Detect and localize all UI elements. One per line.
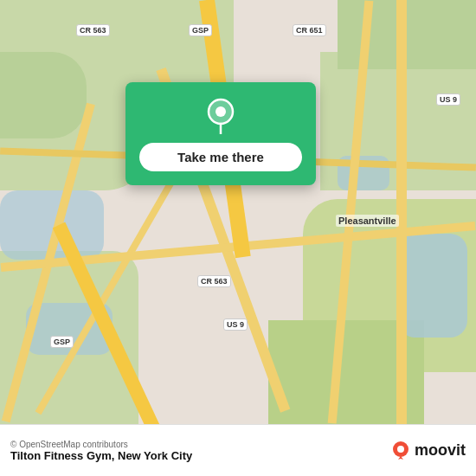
place-name: Tilton Fitness Gym, New York City [10, 449, 192, 462]
svg-point-4 [397, 446, 404, 453]
road-label-cr651: CR 651 [293, 24, 326, 36]
green-area [338, 0, 476, 69]
popup-card: Take me there [125, 82, 316, 185]
bottom-info: © OpenStreetMap contributors Tilton Fitn… [10, 440, 192, 462]
road [396, 0, 407, 424]
road-label-us9-bottom: US 9 [223, 318, 248, 331]
svg-point-2 [215, 106, 226, 117]
app-container: CR 563 GSP CR 651 US 9 CR 563 GSP US 9 P… [0, 0, 476, 476]
location-pin-icon [202, 96, 240, 134]
road-label-us9-right: US 9 [436, 93, 460, 106]
moovit-text: moovit [415, 441, 466, 460]
city-label-pleasantville: Pleasantville [336, 215, 399, 227]
green-area [0, 52, 87, 138]
bottom-bar: © OpenStreetMap contributors Tilton Fitn… [0, 424, 476, 476]
moovit-logo: moovit [390, 441, 466, 461]
water-area [398, 234, 467, 338]
road-label-cr563-top: CR 563 [76, 24, 110, 36]
take-me-there-button[interactable]: Take me there [139, 143, 302, 171]
map-attribution: © OpenStreetMap contributors [10, 440, 192, 449]
road-label-gsp-bottom: GSP [50, 336, 74, 348]
road-label-gsp-top: GSP [189, 24, 212, 36]
map[interactable]: CR 563 GSP CR 651 US 9 CR 563 GSP US 9 P… [0, 0, 476, 424]
road-label-cr563-bottom: CR 563 [197, 275, 231, 287]
moovit-pin-icon [390, 441, 411, 461]
